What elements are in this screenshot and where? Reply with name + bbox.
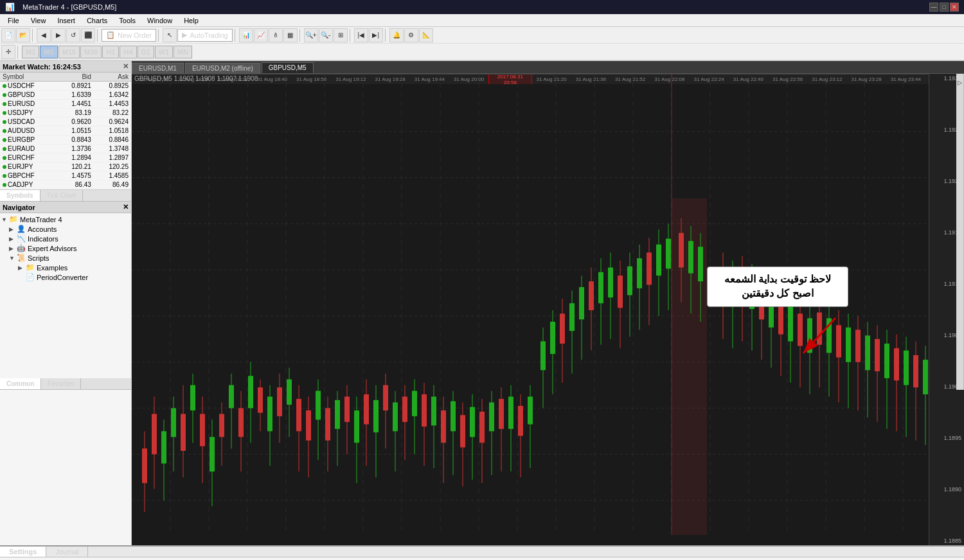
close-button[interactable]: ✕	[950, 3, 959, 12]
forward-button[interactable]: ▶	[51, 28, 66, 42]
chart-settings-button[interactable]: 📐	[419, 28, 433, 42]
mw-symbol: EURUSD	[0, 100, 57, 109]
market-watch-row[interactable]: USDCHF 0.8921 0.8925	[0, 82, 131, 91]
market-watch-close[interactable]: ✕	[123, 62, 129, 71]
menu-file[interactable]: File	[3, 16, 24, 25]
minimize-button[interactable]: —	[929, 3, 938, 12]
svg-rect-122	[589, 281, 594, 310]
tab-common[interactable]: Common	[0, 378, 41, 389]
tab-eurusd-m2[interactable]: EURUSD,M2 (offline)	[185, 63, 260, 73]
market-watch-row[interactable]: EURCHF 1.2894 1.2897	[0, 153, 131, 162]
main-area: Market Watch: 16:24:53 ✕ Symbol Bid Ask …	[0, 61, 964, 545]
cursor-button[interactable]: ↖	[163, 28, 177, 42]
market-watch-row[interactable]: EURJPY 120.21 120.25	[0, 162, 131, 171]
window-title: MetaTrader 4 - [GBPUSD,M5]	[22, 3, 116, 11]
tab-tick-chart[interactable]: Tick Chart	[40, 190, 83, 201]
tab-gbpusd-m5[interactable]: GBPUSD,M5	[262, 62, 314, 73]
tree-item-examples[interactable]: ▶ 📁 Examples	[0, 263, 131, 272]
market-watch-row[interactable]: EURAUD 1.3736 1.3748	[0, 144, 131, 153]
tester-tab-journal[interactable]: Journal	[46, 547, 88, 557]
menu-insert[interactable]: Insert	[52, 16, 80, 25]
tester-tab-settings[interactable]: Settings	[0, 547, 46, 557]
market-watch-row[interactable]: GBPCHF 1.4575 1.4585	[0, 171, 131, 180]
svg-rect-120	[579, 287, 584, 319]
menu-help[interactable]: Help	[179, 16, 204, 25]
period-mn-button[interactable]: MN	[174, 46, 192, 58]
period-m15-button[interactable]: M15	[58, 46, 80, 58]
chart-area-icon[interactable]: ▦	[283, 28, 298, 42]
settings-gear[interactable]: ⚙	[404, 28, 418, 42]
chart-line-icon[interactable]: 📈	[254, 28, 268, 42]
market-watch-row[interactable]: EURGBP 0.8843 0.8846	[0, 136, 131, 144]
tree-item-accounts[interactable]: ▶ 👤 Accounts	[0, 224, 131, 234]
menu-view[interactable]: View	[26, 16, 51, 25]
tree-item-metatrader4[interactable]: ▼ 📁 MetaTrader 4	[0, 214, 131, 224]
period-m5-button[interactable]: M5	[40, 46, 57, 58]
period-h4-button[interactable]: H4	[120, 46, 136, 58]
price-10: 1.1885	[929, 538, 964, 544]
market-watch-row[interactable]: USDJPY 83.19 83.22	[0, 109, 131, 118]
chart-bar-icon[interactable]: 📊	[239, 28, 253, 42]
navigator-close-button[interactable]: ✕	[123, 203, 129, 211]
tab-favorites[interactable]: Favorites	[41, 378, 81, 389]
svg-rect-106	[508, 397, 513, 429]
tree-item-expert-advisors[interactable]: ▶ 🤖 Expert Advisors	[0, 243, 131, 253]
market-watch-header: Market Watch: 16:24:53 ✕	[0, 61, 131, 73]
market-watch-title: Market Watch: 16:24:53	[3, 63, 81, 71]
auto-trading-button[interactable]: ▶ AutoTrading	[177, 29, 233, 42]
chart-canvas[interactable]: GBPUSD,M5 1.1907 1.1908 1.1907 1.1908	[132, 74, 964, 545]
chart-candle-icon[interactable]: 🕯	[269, 28, 283, 42]
period-m30-button[interactable]: M30	[80, 46, 102, 58]
new-button[interactable]: 📄	[1, 28, 15, 42]
title-bar: 📊 MetaTrader 4 - [GBPUSD,M5] — □ ✕	[0, 0, 964, 14]
market-watch-row[interactable]: GBPUSD 1.6339 1.6342	[0, 91, 131, 100]
svg-rect-182	[884, 344, 889, 378]
tester-tabs: Settings Journal	[0, 547, 964, 557]
menu-window[interactable]: Window	[142, 16, 177, 25]
annotation-line2: اصبح كل دقيقتين	[717, 286, 839, 301]
svg-rect-142	[679, 233, 684, 268]
stop-button[interactable]: ⬛	[81, 28, 95, 42]
period-h1-button[interactable]: H1	[102, 46, 119, 58]
back-button[interactable]: ◀	[37, 28, 51, 42]
svg-rect-128	[618, 276, 623, 308]
market-watch-rows: USDCHF 0.8921 0.8925 GBPUSD 1.6339 1.634…	[0, 82, 131, 189]
indicator-button[interactable]: 🔔	[389, 28, 404, 42]
scroll-right-button[interactable]: ▶|	[369, 28, 383, 42]
accounts-label: Accounts	[28, 225, 57, 233]
indicators-icon: 📉	[17, 234, 26, 243]
maximize-button[interactable]: □	[940, 3, 949, 12]
svg-rect-186	[904, 351, 909, 385]
market-watch-row[interactable]: CADJPY 86.43 86.49	[0, 180, 131, 189]
market-watch-row[interactable]: AUDUSD 1.0515 1.0518	[0, 127, 131, 136]
zoom-in-button[interactable]: 🔍+	[304, 28, 318, 42]
period-m1-button[interactable]: M1	[22, 46, 39, 58]
vert-tab-button[interactable]: ◁	[956, 76, 965, 91]
svg-rect-190	[923, 360, 928, 394]
mw-bid: 1.2894	[57, 153, 94, 162]
tree-item-indicators[interactable]: ▶ 📉 Indicators	[0, 234, 131, 243]
tab-eurusd-m1[interactable]: EURUSD,M1	[132, 63, 184, 73]
period-d1-button[interactable]: D1	[138, 46, 154, 58]
menu-charts[interactable]: Charts	[82, 16, 112, 25]
svg-rect-30	[142, 448, 147, 483]
svg-rect-98	[470, 407, 475, 437]
market-watch-row[interactable]: USDCAD 0.9620 0.9624	[0, 118, 131, 127]
crosshair-button[interactable]: ✛	[1, 45, 15, 59]
tree-item-period-converter[interactable]: ▶ 📄 PeriodConverter	[0, 272, 131, 282]
mw-symbol: EURJPY	[0, 162, 57, 171]
zoom-fit-button[interactable]: ⊞	[334, 28, 348, 42]
svg-rect-56	[267, 397, 272, 432]
refresh-button[interactable]: ↺	[66, 28, 80, 42]
svg-rect-68	[325, 408, 330, 441]
tab-symbols[interactable]: Symbols	[0, 190, 40, 201]
new-order-button[interactable]: 📋 New Order	[102, 29, 156, 42]
period-w1-button[interactable]: W1	[155, 46, 174, 58]
market-watch-row[interactable]: EURUSD 1.4451 1.4453	[0, 100, 131, 109]
toolbar-row-1: 📄 📂 ◀ ▶ ↺ ⬛ 📋 New Order ↖ ▶ AutoTrading …	[0, 27, 964, 44]
zoom-out-button[interactable]: 🔍-	[319, 28, 333, 42]
menu-tools[interactable]: Tools	[114, 16, 141, 25]
scroll-left-button[interactable]: |◀	[354, 28, 368, 42]
tree-item-scripts[interactable]: ▼ 📜 Scripts	[0, 253, 131, 263]
open-button[interactable]: 📂	[16, 28, 30, 42]
